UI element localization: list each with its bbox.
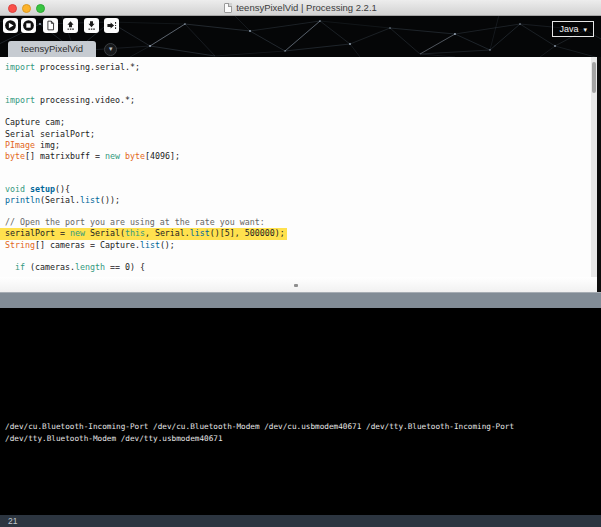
- export-button[interactable]: [104, 18, 119, 33]
- code-line[interactable]: [5, 73, 597, 84]
- export-icon: [105, 19, 118, 32]
- title-wrap: teensyPixelVid | Processing 2.2.1: [0, 2, 601, 13]
- new-sketch-button[interactable]: [43, 18, 58, 33]
- code-lines[interactable]: import processing.serial.*; import proce…: [0, 57, 597, 273]
- code-line[interactable]: Capture cam;: [5, 117, 597, 128]
- save-button[interactable]: [84, 18, 99, 33]
- code-line[interactable]: [5, 206, 597, 217]
- code-line[interactable]: serialPort = new Serial(this, Serial.lis…: [0, 228, 287, 239]
- window-title: teensyPixelVid | Processing 2.2.1: [236, 2, 377, 13]
- document-icon: [224, 3, 232, 13]
- tab-teensypixelvid[interactable]: teensyPixelVid: [8, 41, 96, 57]
- save-icon: [85, 19, 98, 32]
- open-icon: [64, 19, 77, 32]
- mode-selector[interactable]: Java ▾: [552, 21, 594, 37]
- code-line[interactable]: [5, 173, 597, 184]
- mode-label: Java: [559, 24, 578, 34]
- code-line[interactable]: println(Serial.list());: [5, 195, 597, 206]
- play-icon: [4, 19, 17, 32]
- console-output: /dev/cu.Bluetooth-Incoming-Port /dev/cu.…: [5, 421, 514, 445]
- processing-window: teensyPixelVid | Processing 2.2.1: [0, 0, 601, 527]
- message-bar: [0, 292, 601, 308]
- stop-icon: [22, 19, 35, 32]
- horizontal-scrollbar-thumb[interactable]: [294, 284, 298, 287]
- code-line[interactable]: void setup(){: [5, 184, 597, 195]
- status-bar: 21: [0, 515, 601, 527]
- close-button[interactable]: [8, 4, 17, 13]
- code-line[interactable]: import processing.serial.*;: [5, 62, 597, 73]
- code-editor[interactable]: import processing.serial.*; import proce…: [0, 57, 597, 277]
- code-line[interactable]: [5, 106, 597, 117]
- run-button[interactable]: [3, 18, 18, 33]
- minimize-button[interactable]: [22, 4, 31, 13]
- line-number: 21: [8, 516, 17, 526]
- console-line: /dev/cu.Bluetooth-Incoming-Port /dev/cu.…: [5, 421, 514, 433]
- console-area: /dev/cu.Bluetooth-Incoming-Port /dev/cu.…: [0, 308, 601, 515]
- chevron-down-icon: ▾: [583, 26, 587, 33]
- window-edge-strip: [597, 57, 601, 292]
- stop-button[interactable]: [21, 18, 36, 33]
- code-line[interactable]: byte[] matrixbuff = new byte[4096];: [5, 151, 597, 162]
- chevron-down-icon: ▾: [109, 45, 113, 53]
- code-line[interactable]: Serial serialPort;: [5, 129, 597, 140]
- code-line[interactable]: import processing.video.*;: [5, 95, 597, 106]
- code-line[interactable]: [5, 162, 597, 173]
- toolbar: Java ▾: [0, 18, 601, 35]
- new-sketch-icon: [44, 19, 57, 32]
- open-button[interactable]: [63, 18, 78, 33]
- code-line[interactable]: PImage img;: [5, 140, 597, 151]
- tab-menu-button[interactable]: ▾: [104, 43, 117, 56]
- traffic-lights: [8, 0, 45, 16]
- zoom-button[interactable]: [36, 4, 45, 13]
- code-line[interactable]: [5, 84, 597, 95]
- code-line[interactable]: [5, 251, 597, 262]
- console-line: /dev/tty.Bluetooth-Modem /dev/tty.usbmod…: [5, 433, 514, 445]
- code-line[interactable]: if (cameras.length == 0) {: [5, 262, 597, 273]
- code-line[interactable]: // Open the port you are using at the ra…: [5, 217, 597, 228]
- toolbar-header: Java ▾ teensyPixelVid ▾: [0, 16, 601, 57]
- horizontal-scrollbar[interactable]: [0, 277, 597, 292]
- tab-row: teensyPixelVid ▾: [0, 41, 601, 57]
- titlebar: teensyPixelVid | Processing 2.2.1: [0, 0, 601, 16]
- vertical-scrollbar-thumb[interactable]: [592, 62, 596, 93]
- code-line[interactable]: String[] cameras = Capture.list();: [5, 240, 597, 251]
